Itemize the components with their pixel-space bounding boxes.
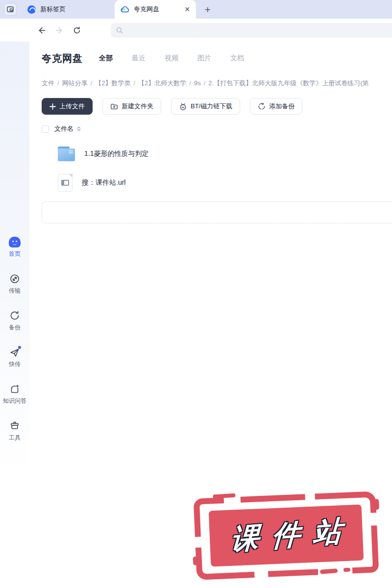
breadcrumb-item[interactable]: 【2】数学类 xyxy=(95,79,130,87)
folder-icon xyxy=(58,147,75,161)
page-header: 夸克网盘 全部 最近 视频 图片 文档 xyxy=(42,51,392,65)
browser-tab-label: 新标签页 xyxy=(40,5,66,14)
sidebar-item-tools[interactable]: 工具 xyxy=(9,420,21,442)
knowledge-icon xyxy=(9,384,20,394)
reload-button[interactable] xyxy=(72,25,82,36)
sidebar-item-quick-transfer[interactable]: 快传 xyxy=(9,347,21,368)
sidebar-item-label: 传输 xyxy=(9,287,21,295)
tab-video[interactable]: 视频 xyxy=(165,54,178,63)
browser-nav-bar xyxy=(0,19,392,42)
upload-file-button[interactable]: 上传文件 xyxy=(42,98,93,115)
filter-tabs: 全部 最近 视频 图片 文档 xyxy=(99,54,244,63)
url-file-icon xyxy=(58,174,73,192)
tab-search-button[interactable] xyxy=(4,3,17,16)
sidebar-item-transfer[interactable]: 传输 xyxy=(9,273,21,295)
tab-search-icon xyxy=(7,6,14,13)
file-row-url[interactable]: 搜：课件站.url xyxy=(42,169,392,197)
sort-icon[interactable] xyxy=(77,126,81,131)
breadcrumb-item[interactable]: 【2】北师大数学 xyxy=(138,79,186,87)
tab-image[interactable]: 图片 xyxy=(197,54,211,63)
sidebar-item-label: 首页 xyxy=(9,250,21,258)
transfer-icon xyxy=(9,273,20,284)
watermark-stamp: 课件站 xyxy=(194,491,379,580)
sidebar-item-label: 备份 xyxy=(9,323,21,332)
file-name[interactable]: 1.1菱形的性质与判定 xyxy=(84,149,148,158)
sidebar-item-backup[interactable]: 备份 xyxy=(9,310,21,332)
bt-magnet-download-button[interactable]: bt BT/磁力链下载 xyxy=(171,98,240,115)
browser-tab-bar: 新标签页 夸克网盘 ✕ ＋ xyxy=(0,0,392,19)
tab-recent[interactable]: 最近 xyxy=(132,54,146,63)
search-icon xyxy=(116,26,123,34)
column-filename: 文件名 xyxy=(54,124,74,133)
breadcrumb-item[interactable]: 文件 xyxy=(42,79,54,87)
folder-plus-icon xyxy=(110,102,118,110)
notification-dot xyxy=(18,346,21,349)
browser-tab-newtab[interactable]: 新标签页 xyxy=(22,0,100,19)
new-tab-button[interactable]: ＋ xyxy=(203,3,212,16)
backup-circle-icon xyxy=(258,102,266,110)
paper-plane-icon xyxy=(9,347,20,358)
app-sidebar: 首页 传输 备份 快传 xyxy=(0,42,29,588)
bt-icon: bt xyxy=(179,102,187,111)
tab-document[interactable]: 文档 xyxy=(230,54,244,63)
tab-all[interactable]: 全部 xyxy=(99,54,113,63)
new-folder-button[interactable]: 新建文件夹 xyxy=(102,98,161,115)
address-bar[interactable] xyxy=(111,23,392,38)
toolbox-icon xyxy=(9,420,20,431)
file-name[interactable]: 搜：课件站.url xyxy=(82,178,125,187)
action-toolbar: 上传文件 新建文件夹 bt BT/磁力链下载 xyxy=(42,98,392,115)
home-icon xyxy=(9,237,21,247)
tab-close-icon[interactable]: ✕ xyxy=(184,6,190,13)
stamp-body: 课件站 xyxy=(209,505,364,567)
stamp-text: 课件站 xyxy=(217,511,355,560)
sync-icon xyxy=(9,310,20,321)
select-all-checkbox[interactable] xyxy=(42,125,49,133)
browser-tab-label: 夸克网盘 xyxy=(134,5,159,14)
sidebar-item-label: 工具 xyxy=(9,434,21,442)
quark-logo-icon xyxy=(27,5,36,14)
svg-text:bt: bt xyxy=(182,105,184,108)
breadcrumb-item[interactable]: 9s xyxy=(194,79,201,87)
forward-button[interactable] xyxy=(54,25,65,36)
sidebar-item-home[interactable]: 首页 xyxy=(9,237,21,258)
browser-tab-quark-drive[interactable]: 夸克网盘 ✕ xyxy=(115,0,196,19)
page-title: 夸克网盘 xyxy=(42,52,83,65)
upload-dropzone[interactable] xyxy=(42,201,392,223)
breadcrumb-item-current: 2.【打包下载】北师大版九年级《数学》上册试卷练习(第 xyxy=(208,79,368,87)
add-backup-button[interactable]: 添加备份 xyxy=(250,98,302,115)
back-button[interactable] xyxy=(36,25,47,36)
sidebar-item-knowledge-qa[interactable]: 知识问答 xyxy=(3,384,26,405)
file-row-folder[interactable]: 1.1菱形的性质与判定 xyxy=(42,139,392,169)
breadcrumb: 文件/网站分享/【2】数学类/【2】北师大数学/9s/2.【打包下载】北师大版九… xyxy=(42,79,392,87)
file-list-header: 文件名 xyxy=(42,124,392,133)
plus-icon xyxy=(49,103,56,110)
sidebar-item-label: 知识问答 xyxy=(3,397,26,405)
breadcrumb-item[interactable]: 网站分享 xyxy=(62,79,88,87)
cloud-drive-icon xyxy=(121,6,129,13)
sidebar-item-label: 快传 xyxy=(9,360,21,368)
file-list: 1.1菱形的性质与判定 搜：课件站.url xyxy=(42,139,392,197)
